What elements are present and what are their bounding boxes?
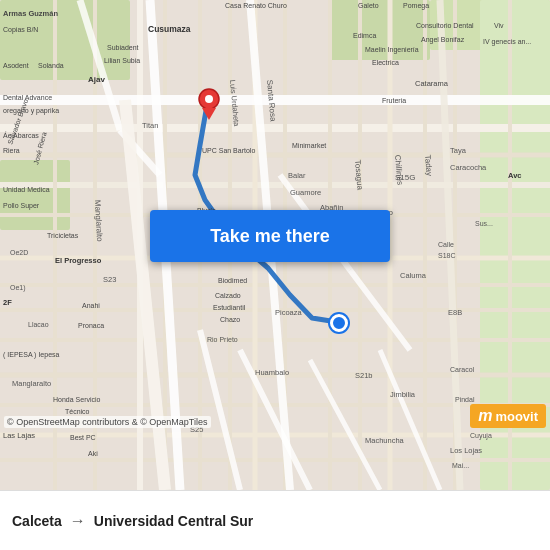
svg-text:Angel Bonifaz: Angel Bonifaz <box>421 36 465 44</box>
svg-text:Oe1): Oe1) <box>10 284 26 292</box>
svg-text:Pindal: Pindal <box>455 396 475 403</box>
svg-text:Machuncha: Machuncha <box>365 436 405 445</box>
svg-text:Casa Renato Churo: Casa Renato Churo <box>225 2 287 9</box>
svg-text:Electrica: Electrica <box>372 59 399 66</box>
svg-text:Calle: Calle <box>438 241 454 248</box>
svg-text:Avc: Avc <box>508 171 521 180</box>
svg-text:Unidad Medica: Unidad Medica <box>3 186 50 193</box>
svg-marker-131 <box>202 108 216 120</box>
svg-text:Minimarket: Minimarket <box>292 142 326 149</box>
moovit-label: moovit <box>495 409 538 424</box>
svg-text:E8B: E8B <box>448 308 462 317</box>
moovit-logo: m moovit <box>470 404 546 428</box>
svg-text:2F: 2F <box>3 298 12 307</box>
svg-text:Aki: Aki <box>88 450 98 457</box>
svg-text:Pronaca: Pronaca <box>78 322 104 329</box>
svg-text:Best PC: Best PC <box>70 434 96 441</box>
svg-text:Armas Guzmán: Armas Guzmán <box>3 9 58 18</box>
svg-text:Riera: Riera <box>3 147 20 154</box>
route-to: Universidad Central Sur <box>94 513 254 529</box>
svg-text:Estudiantil: Estudiantil <box>213 304 246 311</box>
svg-rect-2 <box>0 160 70 230</box>
svg-text:Jimbilia: Jimbilia <box>390 390 416 399</box>
svg-text:Fruteria: Fruteria <box>382 97 406 104</box>
svg-text:Balar: Balar <box>288 171 306 180</box>
svg-text:S18C: S18C <box>438 252 456 259</box>
svg-text:Picoaza: Picoaza <box>275 308 303 317</box>
svg-text:El Progresso: El Progresso <box>55 256 102 265</box>
svg-text:( IEPESA ) Iepesa: ( IEPESA ) Iepesa <box>3 351 60 359</box>
svg-text:Calzado: Calzado <box>215 292 241 299</box>
svg-text:Mai...: Mai... <box>452 462 469 469</box>
route-arrow: → <box>70 512 86 530</box>
svg-text:Lilian Subia: Lilian Subia <box>104 57 140 64</box>
svg-text:oregano y paprika: oregano y paprika <box>3 107 59 115</box>
take-me-there-button[interactable]: Take me there <box>150 210 390 262</box>
svg-point-130 <box>205 95 213 103</box>
route-from: Calceta <box>12 513 62 529</box>
svg-text:Técnico: Técnico <box>65 408 90 415</box>
map-container: Manglaralto Luis Urdaheta Santa Rosa Tos… <box>0 0 550 490</box>
svg-text:Honda Servicio: Honda Servicio <box>53 396 101 403</box>
svg-text:Sus...: Sus... <box>475 220 493 227</box>
svg-text:Los Lojas: Los Lojas <box>450 446 482 455</box>
svg-text:S23: S23 <box>103 275 116 284</box>
current-location-marker <box>330 314 348 332</box>
svg-text:Cuyuja: Cuyuja <box>470 432 492 440</box>
svg-text:Edimca: Edimca <box>353 32 376 39</box>
svg-text:Maelin Ingeniería: Maelin Ingeniería <box>365 46 419 54</box>
svg-text:Caracol: Caracol <box>450 366 475 373</box>
svg-text:Cusumaza: Cusumaza <box>148 24 191 34</box>
moovit-icon: m <box>478 407 492 425</box>
svg-text:Viv: Viv <box>494 22 504 29</box>
svg-text:Llacao: Llacao <box>28 321 49 328</box>
svg-text:Ajav: Ajav <box>88 75 105 84</box>
svg-text:S15G: S15G <box>395 173 415 182</box>
svg-text:Biodimed: Biodimed <box>218 277 247 284</box>
svg-text:Copias B/N: Copias B/N <box>3 26 38 34</box>
svg-text:Caracocha: Caracocha <box>450 163 487 172</box>
svg-text:Pomega: Pomega <box>403 2 429 10</box>
svg-text:Huambalo: Huambalo <box>255 368 289 377</box>
svg-text:Las Lajas: Las Lajas <box>3 431 35 440</box>
svg-text:Oe2D: Oe2D <box>10 249 28 256</box>
svg-text:Consultorio Dental: Consultorio Dental <box>416 22 474 29</box>
svg-text:Manglaralto: Manglaralto <box>12 379 51 388</box>
bottom-bar: Calceta → Universidad Central Sur <box>0 490 550 550</box>
svg-text:Titan: Titan <box>142 121 158 130</box>
svg-text:Caluma: Caluma <box>400 271 427 280</box>
copyright-text: © OpenStreetMap contributors & © OpenMap… <box>4 416 211 428</box>
svg-text:Pollo Super: Pollo Super <box>3 202 40 210</box>
svg-text:Galeto: Galeto <box>358 2 379 9</box>
svg-text:Subiadent: Subiadent <box>107 44 139 51</box>
svg-text:Rio Prieto: Rio Prieto <box>207 336 238 343</box>
destination-marker <box>198 88 220 124</box>
svg-text:Tricicletas: Tricicletas <box>47 232 79 239</box>
svg-text:Asodent: Asodent <box>3 62 29 69</box>
svg-text:Chazo: Chazo <box>220 316 240 323</box>
svg-text:Taya: Taya <box>450 146 467 155</box>
svg-text:IV genecis an...: IV genecis an... <box>483 38 531 46</box>
svg-text:Catarama: Catarama <box>415 79 449 88</box>
svg-text:Guamore: Guamore <box>290 188 321 197</box>
svg-text:S21b: S21b <box>355 371 373 380</box>
svg-text:Anahi: Anahi <box>82 302 100 309</box>
svg-text:Taday: Taday <box>423 154 434 176</box>
svg-text:UPC San Bartolo: UPC San Bartolo <box>202 147 255 154</box>
svg-text:Solanda: Solanda <box>38 62 64 69</box>
